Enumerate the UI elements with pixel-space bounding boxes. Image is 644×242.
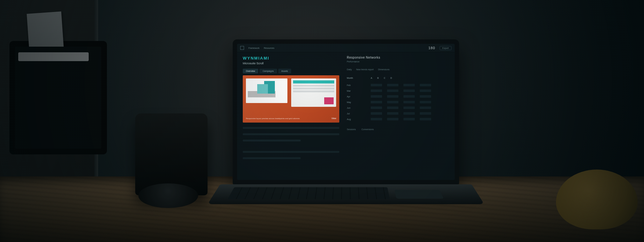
trackpad[interactable] bbox=[394, 190, 444, 199]
cell bbox=[420, 112, 431, 115]
cell bbox=[420, 95, 431, 98]
cell bbox=[403, 84, 415, 86]
body-text-line bbox=[243, 157, 301, 159]
tab-campaigns[interactable]: Campaigns bbox=[259, 69, 277, 73]
cell bbox=[387, 101, 398, 103]
cell bbox=[403, 107, 415, 109]
row-label: Jun bbox=[347, 107, 366, 109]
brand-title: WYNMIAMI bbox=[243, 56, 339, 60]
table-row: Apr bbox=[347, 94, 450, 99]
preview-accent-block bbox=[324, 97, 334, 104]
hero-preview-chart[interactable] bbox=[246, 78, 287, 103]
cell bbox=[420, 118, 431, 120]
col-month: Month bbox=[347, 77, 366, 79]
cell bbox=[387, 89, 398, 92]
right-filters: Daily New trends report Dimensions bbox=[347, 68, 450, 71]
data-table: Feb Mar Apr bbox=[347, 82, 450, 122]
cell bbox=[420, 89, 431, 92]
cell bbox=[420, 84, 431, 86]
col-b: B bbox=[377, 77, 379, 79]
row-label: Apr bbox=[347, 95, 366, 98]
tablet-screen bbox=[15, 47, 101, 149]
filter-trends[interactable]: New trends report bbox=[356, 68, 374, 71]
body-text-line bbox=[243, 133, 339, 135]
cell bbox=[403, 95, 415, 98]
cell bbox=[420, 107, 431, 109]
tablet-device bbox=[9, 41, 107, 154]
cell bbox=[371, 101, 382, 103]
laptop-lid: Framework Resources 180 Export WYNMIAMI … bbox=[233, 39, 459, 184]
table-row: Jun bbox=[347, 105, 450, 111]
cell bbox=[403, 89, 415, 92]
row-label: Aug bbox=[347, 118, 366, 120]
home-icon[interactable] bbox=[240, 46, 244, 50]
laptop: Framework Resources 180 Export WYNMIAMI … bbox=[233, 39, 459, 216]
desk-speaker bbox=[135, 113, 208, 195]
topbar-metric: 180 bbox=[428, 46, 435, 50]
right-column: Responsive Networks Performance Daily Ne… bbox=[344, 52, 455, 180]
cell bbox=[387, 118, 398, 120]
filter-daily[interactable]: Daily bbox=[347, 68, 352, 71]
cell bbox=[387, 95, 398, 98]
cell bbox=[420, 101, 431, 103]
brand-subtitle: Microsuite Scroll bbox=[243, 62, 339, 65]
table-row: Mar bbox=[347, 88, 450, 94]
legend-sessions: Sessions bbox=[347, 128, 356, 130]
cell bbox=[403, 112, 415, 115]
speaker-base bbox=[138, 183, 198, 208]
row-label: Feb bbox=[347, 84, 366, 86]
preview-table-row bbox=[293, 85, 335, 87]
cell bbox=[387, 112, 398, 115]
legend-conversions: Conversions bbox=[361, 128, 374, 130]
cell bbox=[403, 118, 415, 120]
col-c: C bbox=[384, 77, 385, 79]
cell bbox=[371, 89, 382, 92]
tablet-search-bar[interactable] bbox=[18, 52, 89, 61]
topbar-action[interactable]: Export bbox=[440, 46, 452, 50]
table-row: May bbox=[347, 99, 450, 105]
dashboard-body: WYNMIAMI Microsuite Scroll Overview Camp… bbox=[237, 52, 455, 180]
table-row: Jul bbox=[347, 111, 450, 116]
row-label: May bbox=[347, 101, 366, 103]
body-text-line bbox=[243, 151, 339, 153]
keyboard[interactable] bbox=[228, 187, 390, 199]
hero-caption: Responsive layout preview across breakpo… bbox=[246, 118, 327, 119]
laptop-screen: Framework Resources 180 Export WYNMIAMI … bbox=[237, 44, 455, 180]
table-legend: Sessions Conversions bbox=[347, 128, 450, 130]
cell bbox=[371, 112, 382, 115]
tab-assets[interactable]: Assets bbox=[278, 69, 291, 73]
table-head: Month A B C D bbox=[347, 77, 450, 79]
left-column: WYNMIAMI Microsuite Scroll Overview Camp… bbox=[237, 52, 344, 180]
app-topbar: Framework Resources 180 Export bbox=[237, 44, 455, 52]
hero-panel: Responsive layout preview across breakpo… bbox=[243, 75, 339, 123]
cell bbox=[403, 101, 415, 103]
tab-overview[interactable]: Overview bbox=[243, 69, 258, 73]
col-a: A bbox=[371, 77, 372, 79]
cell bbox=[371, 95, 382, 98]
laptop-deck bbox=[208, 184, 484, 204]
preview-table-row bbox=[293, 90, 335, 92]
hero-preview-table[interactable] bbox=[291, 78, 336, 107]
table-row: Aug bbox=[347, 116, 450, 122]
row-label: Mar bbox=[347, 90, 366, 92]
col-d: D bbox=[390, 77, 392, 79]
hero-view-button[interactable]: View bbox=[331, 117, 336, 119]
cell bbox=[371, 84, 382, 86]
table-row: Feb bbox=[347, 82, 450, 88]
cell bbox=[387, 84, 398, 86]
right-title: Responsive Networks bbox=[347, 56, 450, 59]
preview-table-row bbox=[293, 88, 335, 89]
body-text-line bbox=[243, 127, 339, 129]
cell bbox=[371, 118, 382, 120]
desk-scene: Framework Resources 180 Export WYNMIAMI … bbox=[0, 0, 644, 242]
nav-link-1[interactable]: Framework bbox=[248, 47, 259, 49]
nav-link-2[interactable]: Resources bbox=[264, 47, 274, 49]
cell bbox=[371, 107, 382, 109]
right-subtitle: Performance bbox=[347, 60, 450, 63]
filter-dimensions[interactable]: Dimensions bbox=[378, 68, 390, 71]
cell bbox=[387, 107, 398, 109]
section-tabs: Overview Campaigns Assets bbox=[243, 69, 339, 73]
preview-table-header bbox=[293, 80, 335, 84]
row-label: Jul bbox=[347, 112, 366, 115]
